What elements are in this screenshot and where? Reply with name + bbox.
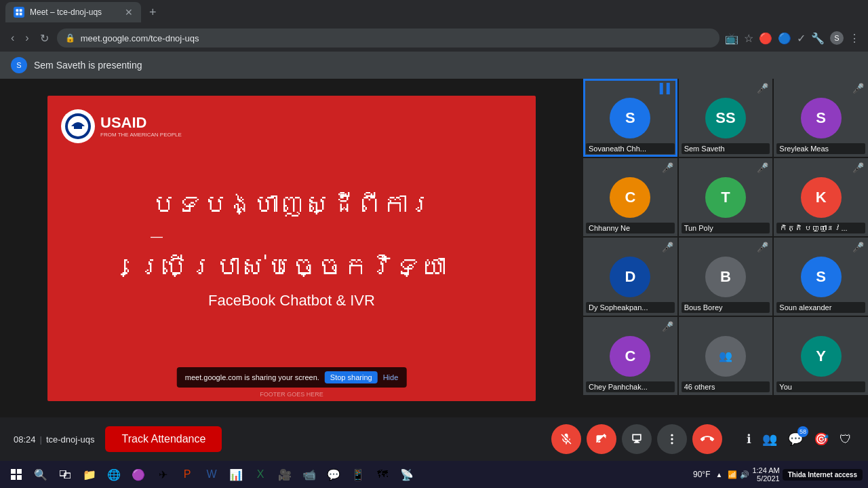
browser-chrome: Meet – tce-dnoj-uqs ✕ + ‹ › ↻ 🔒 meet.goo…: [0, 0, 868, 52]
usaid-brand: USAID FROM THE AMERICAN PEOPLE: [100, 114, 182, 138]
avatar-dy: D: [610, 257, 650, 297]
windows-btn[interactable]: [5, 464, 27, 485]
svg-rect-12: [11, 475, 16, 480]
app11-btn[interactable]: 📱: [347, 464, 369, 485]
svg-rect-0: [16, 10, 19, 12]
name-tunpoly: Tun Poly: [682, 223, 770, 233]
stop-sharing-btn[interactable]: Stop sharing: [325, 371, 378, 383]
slide-main-text-2: ប្រើប្រាស់បច្ចេកវិទ្យា: [137, 249, 446, 285]
hide-share-btn[interactable]: Hide: [383, 373, 399, 381]
new-tab-btn[interactable]: +: [144, 5, 162, 20]
bookmark-icon[interactable]: ☆: [744, 32, 753, 45]
mute-icon-chhanny: 🎤: [662, 162, 673, 173]
controls-group: [551, 424, 722, 454]
teams-btn[interactable]: 🟣: [127, 464, 149, 485]
taskbar-wifi: 📶: [728, 470, 737, 479]
taskbar-time: 1:24 AM 5/2021: [752, 466, 779, 483]
participant-tile-chey: C 🎤 Chey Panhchak...: [583, 317, 677, 395]
meet-app: S Sem Saveth is presenting: [0, 52, 868, 461]
back-btn[interactable]: ‹: [8, 29, 17, 47]
activities-btn[interactable]: 🎯: [811, 429, 831, 449]
edge-btn[interactable]: 🌐: [103, 464, 125, 485]
avatar-soun: S: [801, 257, 842, 297]
app13-btn[interactable]: 📡: [396, 464, 418, 485]
telegram-btn[interactable]: ✈: [152, 464, 174, 485]
slide-dash: —: [137, 229, 446, 244]
participant-tile-you: Y You: [774, 317, 868, 395]
taskbar-icons: ▲: [713, 471, 725, 478]
participant-tile-sreyleak: S 🎤 Sreyleak Meas: [774, 79, 868, 157]
active-tab[interactable]: Meet – tce-dnoj-uqs ✕: [5, 2, 141, 22]
participant-tile-tunpoly: T 🎤 Tun Poly: [679, 158, 773, 236]
profile-icon[interactable]: S: [830, 31, 844, 45]
ext3-icon[interactable]: ✓: [797, 32, 806, 45]
presentation-area: USAID FROM THE AMERICAN PEOPLE បទបង្ហាញស…: [0, 79, 583, 417]
slide-content: បទបង្ហាញស្ដីពីការ — ប្រើប្រាស់បច្ចេកវិទ្…: [123, 173, 460, 323]
time-code: 08:24 | tce-dnoj-uqs: [14, 434, 94, 445]
safety-btn[interactable]: 🛡: [837, 430, 854, 449]
cast-icon[interactable]: 📺: [725, 32, 738, 45]
participant-tile-soun: S 🎤 Soun alexander: [774, 238, 868, 316]
app12-btn[interactable]: 🗺: [372, 464, 393, 485]
mute-icon-semsaveth: 🎤: [757, 83, 768, 94]
cam-btn[interactable]: [587, 424, 616, 454]
avatar-semsaveth: SS: [705, 98, 746, 138]
ppt-btn[interactable]: 📊: [225, 464, 247, 485]
svg-rect-11: [17, 469, 22, 474]
search-btn[interactable]: 🔍: [30, 464, 52, 485]
share-notification: meet.google.com is sharing your screen. …: [177, 367, 407, 388]
name-sreyleak: Sreyleak Meas: [776, 143, 865, 154]
slide-main-text-1: បទបង្ហាញស្ដីពីការ: [137, 187, 446, 223]
forward-btn[interactable]: ›: [22, 29, 31, 47]
presentation-slide: USAID FROM THE AMERICAN PEOPLE បទបង្ហាញស…: [47, 96, 536, 401]
mute-icon-sreyleak: 🎤: [852, 83, 864, 94]
svg-rect-6: [74, 125, 82, 129]
avatar-tunpoly: T: [705, 177, 746, 218]
office-btn[interactable]: P: [176, 464, 198, 485]
name-kitti: កិត្តិ បញ្ញានេវ...: [776, 223, 865, 233]
taskbar-notification[interactable]: Thida Internet access: [783, 469, 863, 481]
tab-close-btn[interactable]: ✕: [125, 7, 133, 18]
ext1-icon[interactable]: 🔴: [759, 32, 772, 45]
zoom-btn[interactable]: 🎥: [274, 464, 296, 485]
tab-favicon: [14, 7, 24, 18]
mute-icon-soun: 🎤: [852, 242, 864, 252]
mute-icon-tunpoly: 🎤: [757, 162, 768, 173]
taskview-btn[interactable]: [54, 464, 76, 485]
tab-bar: Meet – tce-dnoj-uqs ✕ +: [0, 0, 868, 24]
presenter-text: Sem Saveth is presenting: [34, 60, 142, 71]
app10-btn[interactable]: 💬: [323, 464, 344, 485]
end-call-btn[interactable]: [686, 418, 728, 460]
excel-btn[interactable]: X: [250, 464, 271, 485]
name-semsaveth: Sem Saveth: [682, 143, 770, 154]
avatar-chey: C: [610, 336, 650, 377]
name-soun: Soun alexander: [776, 302, 865, 313]
address-bar[interactable]: 🔒 meet.google.com/tce-dnoj-uqs: [57, 29, 719, 48]
people-btn[interactable]: 👥: [760, 429, 780, 449]
name-sovaneath: Sovaneath Chh...: [586, 143, 675, 154]
meet-btn[interactable]: 📹: [298, 464, 320, 485]
chat-badge: 58: [797, 426, 808, 437]
avatar-sreyleak: S: [801, 98, 842, 138]
avatar-you: Y: [801, 336, 842, 377]
name-chey: Chey Panhchak...: [586, 381, 675, 392]
ext2-icon[interactable]: 🔵: [778, 32, 791, 45]
avatar-sovaneath: S: [610, 98, 650, 138]
svg-rect-3: [20, 13, 22, 16]
usaid-sub: FROM THE AMERICAN PEOPLE: [100, 132, 182, 138]
present-btn[interactable]: [622, 424, 652, 454]
name-others: 46 others: [682, 381, 770, 392]
avatar-others: 👥: [705, 336, 746, 377]
mic-btn[interactable]: [551, 424, 581, 454]
info-btn[interactable]: ℹ: [744, 429, 754, 449]
url-text: meet.google.com/tce-dnoj-uqs: [81, 33, 199, 43]
main-content: USAID FROM THE AMERICAN PEOPLE បទបង្ហាញស…: [0, 79, 868, 417]
refresh-btn[interactable]: ↻: [37, 29, 52, 48]
more-options-btn[interactable]: [657, 424, 687, 454]
ext4-icon[interactable]: 🔧: [811, 32, 825, 45]
file-explorer-btn[interactable]: 📁: [79, 464, 100, 485]
word-btn[interactable]: W: [201, 464, 222, 485]
track-attendance-btn[interactable]: Track Attendance: [105, 426, 222, 452]
chat-btn[interactable]: 💬 58: [785, 429, 806, 449]
menu-icon[interactable]: ⋮: [849, 32, 860, 45]
